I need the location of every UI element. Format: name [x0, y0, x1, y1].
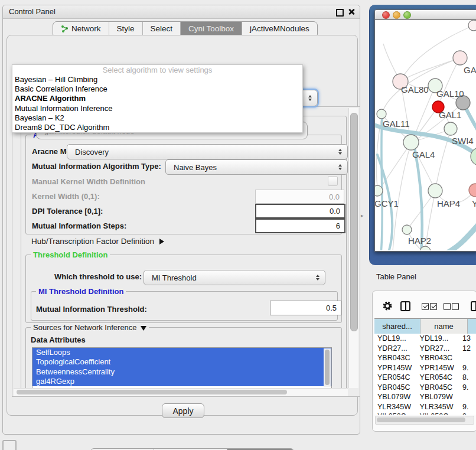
table-cell[interactable]: YBR045C [417, 383, 460, 393]
algorithm-option-basic-correlation-inference[interactable]: Basic Correlation Inference [12, 84, 302, 94]
algorithm-option-aracne-algorithm[interactable]: ARACNE Algorithm [12, 94, 302, 103]
table-cell[interactable]: 13 [460, 334, 476, 344]
network-node-gal[interactable] [453, 51, 467, 65]
table-cell[interactable]: YBR043C [374, 353, 417, 363]
table-row[interactable]: YDL19...YDL19...13 [374, 334, 476, 344]
table-cell[interactable]: YLR345W [417, 402, 460, 412]
select-all-checkbox-icon[interactable] [422, 303, 429, 310]
close-traffic-light-icon[interactable] [382, 11, 390, 19]
table-cell[interactable]: YDR27... [374, 344, 417, 354]
tab-jactivemnodules[interactable]: jActiveMNodules [242, 22, 317, 35]
network-node-y[interactable] [469, 184, 476, 197]
column-header-shared[interactable]: shared... [374, 319, 420, 334]
table-cell[interactable]: YDL19... [374, 334, 417, 344]
network-node-hap2[interactable] [402, 225, 412, 234]
network-node-swi4[interactable] [444, 122, 457, 135]
float-icon[interactable] [336, 9, 344, 17]
dpi-tolerance-field[interactable]: 0.0 [255, 204, 345, 219]
settings-vertical-scrollbar-thumb[interactable] [350, 113, 358, 331]
attribute-item-topologicalcoefficient[interactable]: TopologicalCoefficient [32, 357, 331, 367]
table-cell[interactable]: 9. [460, 383, 476, 393]
network-node-gal4[interactable] [403, 135, 419, 150]
manual-kernel-width-checkbox[interactable] [328, 176, 338, 186]
attributes-scrollbar[interactable] [324, 348, 331, 387]
apply-button[interactable]: Apply [162, 403, 204, 418]
network-window-frame: GALGAL80GAL10GAL1GAL11SWI4GAL4GCY1HAP4YH… [369, 5, 476, 265]
attribute-item-selfloops[interactable]: SelfLoops [32, 348, 331, 357]
hub-definition-expander[interactable]: Hub/Transcription Factor Definition [31, 237, 164, 246]
select-all-checkbox-icon2[interactable] [430, 303, 437, 310]
table-cell[interactable]: YBR045C [374, 383, 417, 393]
attribute-item-betweennesscentrality[interactable]: BetweennessCentrality [32, 367, 331, 377]
table-cell[interactable]: YDR27... [417, 344, 460, 354]
close-icon[interactable] [348, 8, 355, 15]
network-node-hap4[interactable] [428, 184, 442, 198]
table-cell[interactable] [460, 353, 476, 363]
aracne-mode-combo[interactable]: Discovery [67, 144, 348, 159]
table-row[interactable]: YBR045CYBR045C9. [374, 383, 476, 393]
column-header-name[interactable]: name [420, 319, 468, 334]
tab-select[interactable]: Select [143, 22, 181, 35]
table-row[interactable]: YBR043CYBR043C [374, 353, 476, 363]
table-cell[interactable]: YLR345W [374, 402, 417, 412]
table-cell[interactable]: 8. [460, 373, 476, 383]
table-cell[interactable]: YDL19... [417, 334, 460, 344]
table-cell[interactable]: YIL052C [374, 412, 417, 415]
table-cell[interactable]: YER054C [417, 373, 460, 383]
gear-icon[interactable] [382, 301, 393, 311]
mi-threshold-field[interactable]: 0.5 [270, 301, 341, 315]
tab-style[interactable]: Style [109, 22, 143, 35]
deselect-all-checkbox-icon2[interactable] [452, 303, 459, 310]
partial-toolbar-icon[interactable] [471, 301, 476, 311]
settings-vertical-scrollbar[interactable] [348, 108, 358, 388]
table-horizontal-scrollbar[interactable] [375, 416, 474, 425]
deselect-all-checkbox-icon[interactable] [444, 303, 451, 310]
tab-cyni-toolbox[interactable]: Cyni Toolbox [181, 22, 242, 35]
minimized-panel-button[interactable] [2, 440, 17, 450]
table-cell[interactable]: YPR145W [417, 363, 460, 373]
algorithm-option-bayesian-k2[interactable]: Bayesian – K2 [12, 113, 302, 123]
zoom-traffic-light-icon[interactable] [403, 11, 411, 19]
network-canvas[interactable]: GALGAL80GAL10GAL1GAL11SWI4GAL4GCY1HAP4YH… [375, 20, 476, 250]
algorithm-dropdown-popup: Select algorithm to view settings Bayesi… [12, 64, 303, 133]
kernel-width-value: 0.0 [329, 193, 340, 201]
settings-horizontal-scrollbar-thumb[interactable] [17, 390, 287, 394]
table-row[interactable]: YER054CYER054C8. [374, 373, 476, 383]
mi-steps-field[interactable]: 6 [255, 219, 345, 233]
table-cell[interactable]: 12 [460, 344, 476, 354]
table-cell[interactable]: 9. [460, 402, 476, 412]
splitter-arrow-icon[interactable]: ▸ [361, 213, 364, 219]
settings-horizontal-scrollbar[interactable] [14, 388, 348, 396]
columns-icon[interactable] [400, 301, 410, 311]
table-cell[interactable]: 9. [460, 363, 476, 373]
table-horizontal-scrollbar-thumb[interactable] [377, 418, 465, 422]
table-row[interactable]: YBL079WYBL079W [374, 392, 476, 402]
algorithm-option-mutual-information-inference[interactable]: Mutual Information Inference [12, 104, 302, 113]
table-row[interactable]: YPR145WYPR145W9. [374, 363, 476, 373]
table-cell[interactable] [460, 392, 476, 402]
table-cell[interactable]: YBL079W [417, 392, 460, 402]
network-node-gcy1[interactable] [375, 185, 383, 196]
table-row[interactable]: YDR27...YDR27...12 [374, 344, 476, 354]
algorithm-option-dream8-dc-tdc-algorithm[interactable]: Dream8 DC_TDC Algorithm [12, 123, 302, 132]
table-row[interactable]: YIL052CYIL052C9. [374, 412, 476, 415]
table-cell[interactable]: YER054C [374, 373, 417, 383]
column-header-a[interactable]: A [468, 319, 476, 334]
which-threshold-combo[interactable]: MI Threshold [144, 270, 325, 285]
minimize-traffic-light-icon[interactable] [393, 11, 400, 19]
table-cell[interactable]: YBR043C [417, 353, 460, 363]
table-cell[interactable]: YBL079W [374, 392, 417, 402]
table-cell[interactable]: YPR145W [374, 363, 417, 373]
mi-algorithm-type-combo[interactable]: Naive Bayes [165, 159, 348, 175]
table-cell[interactable]: YIL052C [417, 412, 460, 415]
network-node-gal11[interactable] [377, 109, 386, 119]
attribute-item-gal4rgexp[interactable]: gal4RGexp [32, 377, 331, 386]
mi-steps-value: 6 [336, 221, 340, 230]
tab-network[interactable]: Network [53, 22, 109, 35]
table-row[interactable]: YLR345WYLR345W9. [374, 402, 476, 412]
algorithm-option-bayesian-hill-climbing[interactable]: Bayesian – Hill Climbing [12, 75, 302, 84]
mi-algorithm-type-label: Mutual Information Algorithm Type: [32, 162, 161, 171]
attributes-scrollbar-thumb[interactable] [325, 350, 330, 385]
network-node[interactable] [468, 20, 476, 31]
table-cell[interactable]: 9. [460, 412, 476, 415]
